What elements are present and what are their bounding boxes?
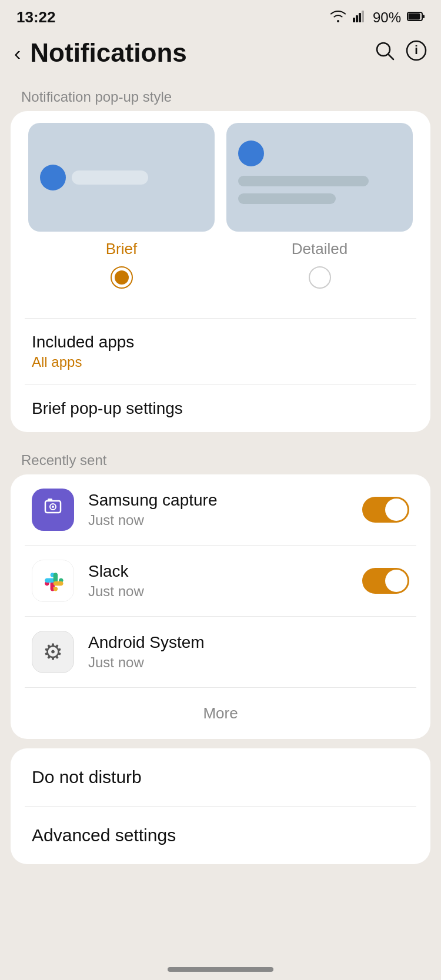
battery-percent: 90% xyxy=(373,9,401,26)
style-options: Brief Detailed xyxy=(28,123,413,289)
samsung-capture-toggle[interactable] xyxy=(362,497,409,523)
app-row-samsung-capture[interactable]: Samsung capture Just now xyxy=(11,474,430,545)
advanced-settings-row[interactable]: Advanced settings xyxy=(11,807,430,864)
detailed-bars xyxy=(238,176,401,204)
slack-info: Slack Just now xyxy=(88,562,348,600)
brief-preview xyxy=(28,123,215,232)
android-system-name: Android System xyxy=(88,633,409,652)
svg-rect-6 xyxy=(409,13,420,19)
wifi-icon xyxy=(329,9,347,26)
svg-text:i: i xyxy=(415,44,418,56)
recently-sent-card: Samsung capture Just now Slack Just now xyxy=(11,474,430,739)
svg-rect-0 xyxy=(353,18,355,22)
app-row-android-system[interactable]: ⚙ Android System Just now xyxy=(11,617,430,687)
detailed-dot xyxy=(238,141,264,166)
included-apps-subtitle: All apps xyxy=(32,354,409,370)
do-not-disturb-row[interactable]: Do not disturb xyxy=(11,748,430,806)
search-icon[interactable] xyxy=(374,40,395,66)
info-icon[interactable]: i xyxy=(406,40,427,66)
style-options-container: Brief Detailed xyxy=(11,111,430,318)
brief-popup-settings-row[interactable]: Brief pop-up settings xyxy=(11,385,430,432)
svg-line-8 xyxy=(388,54,393,59)
app-row-slack[interactable]: Slack Just now xyxy=(11,546,430,616)
detailed-label: Detailed xyxy=(292,240,348,258)
svg-point-14 xyxy=(52,506,54,508)
more-row[interactable]: More xyxy=(11,688,430,739)
signal-icon xyxy=(353,9,367,26)
notification-style-card: Brief Detailed Included apps All apps xyxy=(11,111,430,432)
detailed-bar-2 xyxy=(238,193,336,204)
samsung-capture-icon xyxy=(32,489,74,531)
status-icons: 90% xyxy=(329,9,425,26)
battery-icon xyxy=(407,10,425,25)
notification-style-label: Notification pop-up style xyxy=(0,78,441,111)
home-indicator xyxy=(168,967,273,972)
svg-rect-5 xyxy=(423,15,425,18)
top-actions: i xyxy=(374,40,427,66)
android-system-info: Android System Just now xyxy=(88,633,409,671)
detailed-radio[interactable] xyxy=(309,266,331,289)
brief-dot xyxy=(40,165,66,190)
style-option-brief[interactable]: Brief xyxy=(28,123,215,289)
recently-sent-label: Recently sent xyxy=(0,441,441,474)
detailed-preview xyxy=(226,123,413,232)
page-title: Notifications xyxy=(30,38,365,68)
more-label: More xyxy=(203,704,238,723)
samsung-capture-name: Samsung capture xyxy=(88,491,348,510)
advanced-settings-title: Advanced settings xyxy=(32,825,409,845)
slack-toggle[interactable] xyxy=(362,568,409,594)
svg-rect-1 xyxy=(356,15,358,22)
svg-rect-3 xyxy=(362,11,364,22)
back-button[interactable]: ‹ xyxy=(14,43,21,63)
bottom-card: Do not disturb Advanced settings xyxy=(11,748,430,864)
android-system-time: Just now xyxy=(88,654,409,671)
do-not-disturb-title: Do not disturb xyxy=(32,767,409,787)
brief-bar xyxy=(72,170,148,185)
slack-name: Slack xyxy=(88,562,348,581)
svg-rect-2 xyxy=(359,13,361,22)
svg-rect-12 xyxy=(48,499,52,501)
samsung-capture-time: Just now xyxy=(88,512,348,529)
style-option-detailed[interactable]: Detailed xyxy=(226,123,413,289)
status-bar: 13:22 90% xyxy=(0,0,441,32)
brief-popup-settings-title: Brief pop-up settings xyxy=(32,399,409,418)
brief-label: Brief xyxy=(106,240,137,258)
brief-radio[interactable] xyxy=(111,266,133,289)
included-apps-row[interactable]: Included apps All apps xyxy=(11,319,430,384)
slack-icon xyxy=(32,560,74,602)
android-system-icon: ⚙ xyxy=(32,631,74,673)
slack-time: Just now xyxy=(88,583,348,600)
status-time: 13:22 xyxy=(16,8,56,26)
gear-icon: ⚙ xyxy=(43,639,63,665)
screenshot-icon xyxy=(41,495,65,525)
top-bar: ‹ Notifications i xyxy=(0,32,441,78)
included-apps-title: Included apps xyxy=(32,333,409,352)
detailed-bar-1 xyxy=(238,176,369,186)
samsung-capture-info: Samsung capture Just now xyxy=(88,491,348,529)
